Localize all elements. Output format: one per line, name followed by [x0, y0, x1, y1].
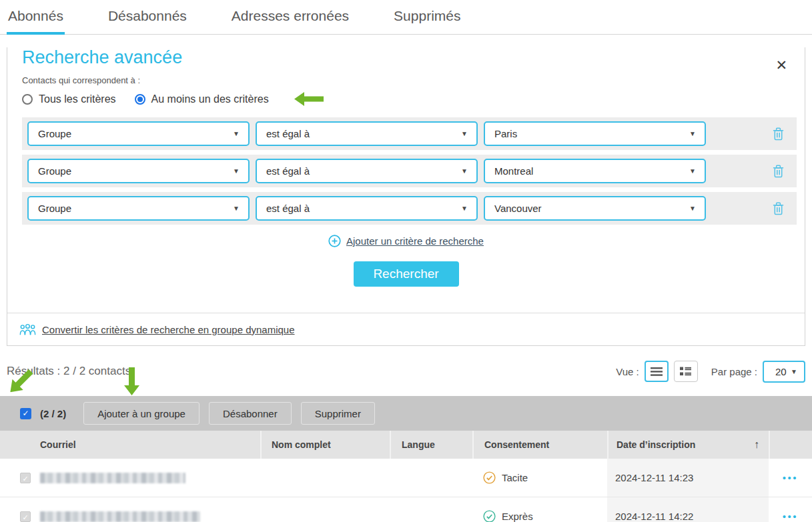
delete-button[interactable]: Supprimer	[301, 402, 375, 425]
chevron-down-icon: ▼	[233, 167, 240, 175]
per-page-label: Par page :	[711, 366, 757, 377]
field-select[interactable]: Groupe ▼	[27, 196, 250, 221]
trash-icon	[772, 127, 785, 141]
list-icon	[651, 367, 663, 376]
results-summary: Résultats : 2 / 2 contacts	[7, 365, 131, 378]
date-value: 2024-12-11 14:22	[615, 511, 693, 522]
delete-criteria-button[interactable]	[772, 201, 785, 215]
add-criteria-row: Ajouter un critère de recherche	[7, 235, 805, 250]
tab-desabonnes[interactable]: Désabonnés	[107, 8, 188, 34]
convert-dynamic-group-link[interactable]: Convertir les critères de recherche en g…	[42, 324, 295, 335]
email-redacted	[40, 511, 200, 522]
tab-adresses-erronees[interactable]: Adresses erronées	[230, 8, 350, 34]
selection-toolbar: ✓ (2 / 2) Ajouter à un groupe Désabonner…	[0, 396, 812, 431]
green-arrow-left-icon	[294, 91, 324, 107]
delete-criteria-button[interactable]	[772, 127, 785, 141]
row-menu-ellipsis-icon[interactable]: •••	[783, 511, 798, 522]
consent-badge: Exprès	[483, 510, 533, 522]
per-page-select[interactable]: 20 ▼	[763, 361, 805, 383]
chevron-down-icon: ▼	[791, 368, 797, 375]
criteria-row: Groupe ▼ est égal à ▼ Montreal ▼	[22, 155, 797, 187]
radio-all-criteria[interactable]: Tous les critères	[22, 93, 116, 105]
header-nom-complet[interactable]: Nom complet	[260, 431, 390, 459]
view-label: Vue :	[616, 366, 639, 377]
criteria-row: Groupe ▼ est égal à ▼ Paris ▼	[22, 117, 797, 150]
consent-label: Tacite	[502, 472, 528, 483]
consent-badge: Tacite	[483, 471, 528, 484]
unsubscribe-button[interactable]: Désabonner	[209, 402, 292, 425]
add-criteria-label: Ajouter un critère de recherche	[346, 235, 484, 247]
list-view-button[interactable]	[645, 361, 669, 382]
chevron-down-icon: ▼	[461, 130, 468, 137]
operator-select[interactable]: est égal à ▼	[256, 196, 478, 221]
header-actions-spacer	[769, 431, 812, 459]
add-criteria-link[interactable]: Ajouter un critère de recherche	[328, 235, 484, 247]
chevron-down-icon: ▼	[233, 130, 240, 137]
field-select[interactable]: Groupe ▼	[27, 159, 250, 183]
contacts-page: Abonnés Désabonnés Adresses erronées Sup…	[0, 0, 812, 522]
value-select[interactable]: Vancouver ▼	[484, 196, 706, 221]
consent-label: Exprès	[502, 511, 533, 522]
cell-date-inscription: 2024-12-11 14:23	[607, 459, 769, 497]
radio-any-label: Au moins un des critères	[151, 93, 269, 105]
radio-checked-icon[interactable]	[135, 94, 145, 105]
field-select[interactable]: Groupe ▼	[27, 121, 250, 146]
close-icon[interactable]: ✕	[775, 58, 787, 72]
tab-supprimes[interactable]: Supprimés	[392, 8, 462, 34]
select-all-checkbox[interactable]: ✓	[20, 408, 31, 419]
radio-unchecked-icon[interactable]	[22, 94, 33, 105]
consent-check-icon	[483, 471, 496, 484]
operator-select[interactable]: est égal à ▼	[256, 159, 478, 183]
card-grid-icon	[680, 367, 691, 376]
selection-count: (2 / 2)	[40, 408, 66, 419]
row-checkbox-disabled: ✓	[20, 473, 31, 483]
card-view-button[interactable]	[674, 361, 698, 382]
delete-criteria-button[interactable]	[772, 164, 785, 178]
results-bar: Résultats : 2 / 2 contacts Vue : Par pag…	[7, 359, 805, 383]
trash-icon	[772, 164, 785, 178]
table-row: ✓ Exprès 2024-12-11 14:22 •••	[0, 497, 812, 522]
operator-select-value: est égal à	[266, 128, 461, 139]
add-to-group-button[interactable]: Ajouter à un groupe	[83, 402, 199, 425]
value-select[interactable]: Montreal ▼	[484, 159, 706, 183]
tab-abonnes[interactable]: Abonnés	[7, 8, 65, 34]
row-menu-ellipsis-icon[interactable]: •••	[783, 472, 798, 483]
radio-any-criteria[interactable]: Au moins un des critères	[135, 93, 269, 105]
match-mode-options: Tous les critères Au moins un des critèr…	[22, 91, 805, 107]
chevron-down-icon: ▼	[689, 205, 696, 212]
radio-all-label: Tous les critères	[39, 93, 116, 105]
search-button[interactable]: Rechercher	[354, 261, 459, 287]
criteria-row: Groupe ▼ est égal à ▼ Vancouver ▼	[22, 192, 797, 225]
value-select[interactable]: Paris ▼	[484, 121, 706, 146]
consent-check-icon	[483, 510, 496, 522]
header-consentement[interactable]: Consentement	[472, 431, 607, 459]
cell-langue	[390, 497, 472, 522]
plus-circle-icon	[328, 235, 341, 247]
per-page-value: 20	[775, 366, 787, 377]
header-langue[interactable]: Langue	[390, 431, 472, 459]
chevron-down-icon: ▼	[689, 130, 696, 137]
header-date-inscription[interactable]: Date d’inscription ↑	[607, 431, 769, 459]
sort-ascending-icon[interactable]: ↑	[754, 439, 759, 451]
date-value: 2024-12-11 14:23	[615, 472, 693, 483]
row-checkbox-disabled: ✓	[20, 511, 31, 522]
field-select-value: Groupe	[38, 128, 233, 139]
value-select-value: Montreal	[494, 165, 689, 177]
cell-nom-complet	[260, 459, 390, 497]
header-date-label: Date d’inscription	[617, 439, 695, 450]
operator-select[interactable]: est égal à ▼	[256, 121, 478, 146]
email-redacted	[40, 473, 185, 483]
criteria-list: Groupe ▼ est égal à ▼ Paris ▼	[22, 117, 797, 225]
panel-title: Recherche avancée	[22, 47, 805, 68]
cell-date-inscription: 2024-12-11 14:22	[607, 497, 769, 522]
chevron-down-icon: ▼	[233, 205, 240, 212]
table-row: ✓ Tacite 2024-12-11 14:23 •••	[0, 459, 812, 497]
trash-icon	[772, 201, 785, 215]
advanced-search-panel: ✕ Recherche avancée Contacts qui corresp…	[7, 47, 805, 346]
header-checkbox-spacer	[0, 431, 40, 459]
header-courriel[interactable]: Courriel	[40, 431, 260, 459]
operator-select-value: est égal à	[266, 203, 461, 214]
panel-footer: Convertir les critères de recherche en g…	[7, 313, 805, 345]
field-select-value: Groupe	[38, 165, 233, 177]
chevron-down-icon: ▼	[461, 167, 468, 175]
